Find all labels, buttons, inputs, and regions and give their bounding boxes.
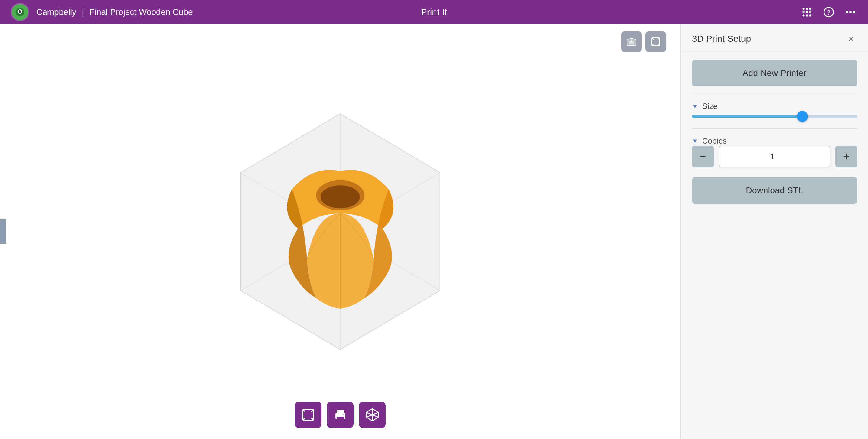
- svg-point-13: [802, 14, 805, 16]
- help-icon[interactable]: ?: [822, 5, 835, 19]
- bottom-toolbar: [295, 402, 385, 428]
- right-panel: 3D Print Setup × Add New Printer ▼ Size: [681, 24, 868, 439]
- size-slider-container: [692, 111, 857, 121]
- svg-point-35: [320, 185, 360, 208]
- frame-tool-button[interactable]: [295, 402, 321, 428]
- divider-2: [692, 128, 857, 129]
- add-printer-button[interactable]: Add New Printer: [692, 60, 857, 87]
- svg-point-14: [806, 14, 808, 16]
- decrement-copies-button[interactable]: −: [692, 146, 714, 167]
- size-section: ▼ Size: [692, 102, 857, 121]
- svg-point-8: [806, 7, 808, 10]
- copies-section: ▼ Copies − +: [692, 136, 857, 167]
- svg-point-15: [809, 14, 811, 16]
- svg-point-9: [809, 7, 811, 10]
- copies-input[interactable]: [719, 146, 831, 167]
- svg-point-45: [343, 414, 344, 415]
- size-slider[interactable]: [692, 115, 857, 118]
- copies-label: Copies: [702, 136, 727, 146]
- panel-header: 3D Print Setup ×: [681, 24, 868, 52]
- svg-point-7: [802, 7, 805, 10]
- copies-section-header[interactable]: ▼ Copies: [692, 136, 857, 146]
- header-right: ?: [800, 5, 857, 19]
- panel-content: Add New Printer ▼ Size ▼ Copies: [681, 52, 868, 212]
- breadcrumb-project: Final Project Wooden Cube: [90, 7, 193, 17]
- size-chevron-icon: ▼: [692, 103, 698, 110]
- header: Campbelly | Final Project Wooden Cube Pr…: [0, 0, 868, 24]
- svg-point-4: [20, 10, 21, 11]
- resize-view-button[interactable]: [645, 31, 666, 52]
- svg-text:?: ?: [827, 9, 831, 16]
- svg-point-20: [853, 11, 855, 13]
- copies-row: − +: [692, 146, 857, 167]
- more-options-icon[interactable]: [844, 5, 857, 19]
- panel-collapse-toggle[interactable]: [0, 220, 6, 244]
- camera-view-button[interactable]: [621, 31, 642, 52]
- svg-marker-22: [629, 38, 633, 39]
- svg-point-11: [806, 11, 808, 13]
- divider-1: [692, 94, 857, 94]
- apps-icon[interactable]: [800, 5, 813, 19]
- increment-copies-button[interactable]: +: [835, 146, 857, 167]
- svg-rect-44: [337, 410, 344, 414]
- breadcrumb-user: Campbelly: [36, 7, 76, 17]
- breadcrumb-separator: |: [82, 7, 84, 17]
- svg-point-18: [846, 11, 848, 13]
- svg-point-12: [809, 11, 811, 13]
- svg-rect-43: [337, 417, 344, 420]
- svg-point-19: [849, 11, 852, 13]
- size-section-header[interactable]: ▼ Size: [692, 102, 857, 111]
- download-stl-button[interactable]: Download STL: [692, 177, 857, 204]
- size-label: Size: [702, 102, 718, 111]
- svg-point-24: [630, 41, 632, 43]
- panel-title: 3D Print Setup: [692, 34, 751, 44]
- cube-tool-button[interactable]: [359, 402, 385, 428]
- page-title: Print It: [421, 7, 447, 17]
- print-tool-button[interactable]: [327, 402, 353, 428]
- avatar[interactable]: [11, 3, 29, 21]
- view-controls: [621, 31, 666, 52]
- panel-close-button[interactable]: ×: [845, 33, 857, 45]
- breadcrumb: Campbelly | Final Project Wooden Cube: [36, 7, 193, 17]
- main: 3D Print Setup × Add New Printer ▼ Size: [0, 24, 868, 439]
- copies-chevron-icon: ▼: [692, 137, 698, 145]
- 3d-cube: [255, 153, 425, 310]
- svg-point-10: [802, 11, 805, 13]
- canvas-area: [0, 24, 681, 439]
